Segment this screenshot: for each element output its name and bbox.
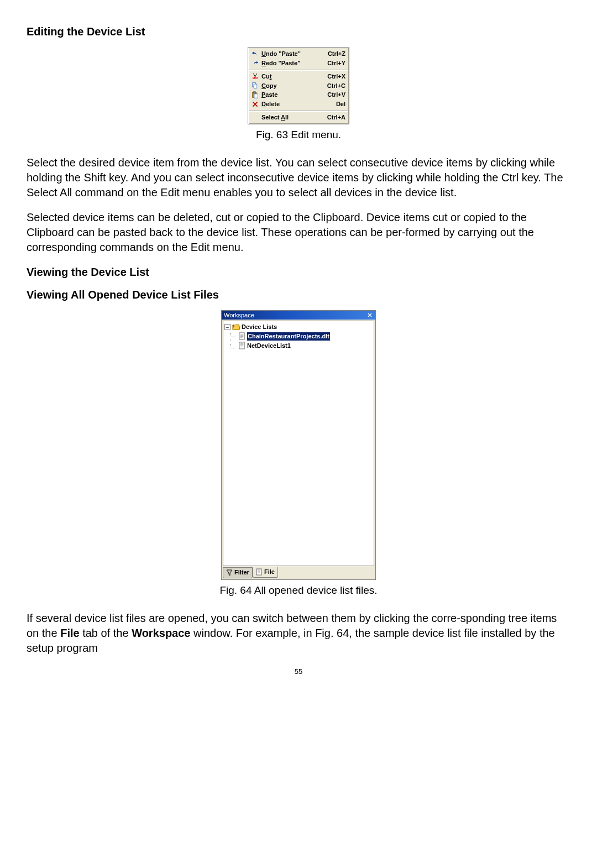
tree-item-1-label: ChainRestaurantProjects.dlt [247,332,330,341]
paragraph-switch-files: If several device list files are opened,… [27,611,570,656]
tree-item-2-label: NetDeviceList1 [247,342,291,350]
menu-paste-label: Paste [261,91,327,99]
menu-redo[interactable]: Redo "Paste" Ctrl+Y [248,59,349,68]
copy-icon [250,82,259,90]
menu-delete-shortcut: Del [336,100,345,108]
heading-viewing: Viewing the Device List [27,265,570,280]
workspace-title: Workspace [224,311,254,320]
heading-editing: Editing the Device List [27,24,570,39]
menu-selectall-shortcut: Ctrl+A [327,113,345,122]
funnel-icon [226,569,233,576]
fig63-caption: Fig. 63 Edit menu. [27,128,570,142]
cut-icon [250,72,259,80]
menu-undo-shortcut: Ctrl+Z [328,50,345,58]
menu-paste-shortcut: Ctrl+V [327,91,345,99]
workspace-tabs: Filter File [222,567,375,579]
tree-item-1[interactable]: ChainRestaurantProjects.dlt [224,332,373,341]
svg-rect-6 [254,94,258,98]
close-icon[interactable] [366,312,373,318]
tab-file[interactable]: File [253,567,278,578]
collapse-icon[interactable]: − [224,324,231,330]
edit-menu: Undo "Paste" Ctrl+Z Redo "Paste" Ctrl+Y … [248,47,349,124]
tree-root[interactable]: − Device Lists [224,322,373,332]
menu-redo-shortcut: Ctrl+Y [327,59,345,67]
page-number: 55 [27,667,570,677]
menu-copy-label: Copy [261,82,327,90]
paragraph-clipboard: Selected device items can be deleted, cu… [27,210,570,255]
workspace-tree: − Device Lists ChainRestaurantProjects.d… [223,321,374,566]
menu-delete-label: Delete [261,100,336,108]
tab-file-label: File [264,568,275,576]
menu-redo-label: Redo "Paste" [261,59,327,67]
heading-viewing-all: Viewing All Opened Device List Files [27,287,570,302]
svg-rect-3 [254,85,257,88]
paragraph-select: Select the desired device item from the … [27,155,570,200]
file-icon [238,342,245,349]
menu-cut-label: Cut [261,72,327,81]
svg-rect-5 [253,92,255,93]
menu-selectall-label: Select All [261,113,327,122]
blank-icon [250,113,259,121]
menu-undo[interactable]: Undo "Paste" Ctrl+Z [248,49,349,59]
svg-rect-8 [239,342,244,349]
menu-paste[interactable]: Paste Ctrl+V [248,90,349,100]
menu-copy[interactable]: Copy Ctrl+C [248,81,349,91]
file-icon [256,569,263,576]
paste-icon [250,91,259,99]
tree-root-label: Device Lists [242,323,277,331]
menu-select-all[interactable]: Select All Ctrl+A [248,113,349,122]
tab-filter-label: Filter [234,568,249,577]
tree-item-2[interactable]: NetDeviceList1 [224,341,373,351]
delete-icon [250,101,259,108]
workspace-panel: Workspace − Device Lists ChainRestaurant… [221,310,376,581]
workspace-titlebar[interactable]: Workspace [222,311,375,320]
tab-filter[interactable]: Filter [223,567,253,578]
menu-cut-shortcut: Ctrl+X [327,72,345,81]
menu-delete[interactable]: Delete Del [248,100,349,109]
menu-copy-shortcut: Ctrl+C [327,82,345,90]
menu-separator [249,70,348,70]
undo-icon [250,50,259,57]
folder-open-icon [232,324,240,331]
svg-rect-7 [239,333,244,339]
fig64-caption: Fig. 64 All opened device list files. [27,583,570,598]
redo-icon [250,59,259,67]
menu-undo-label: Undo "Paste" [261,50,328,58]
file-icon [238,333,245,340]
menu-separator [249,111,348,111]
menu-cut[interactable]: Cut Ctrl+X [248,72,349,81]
